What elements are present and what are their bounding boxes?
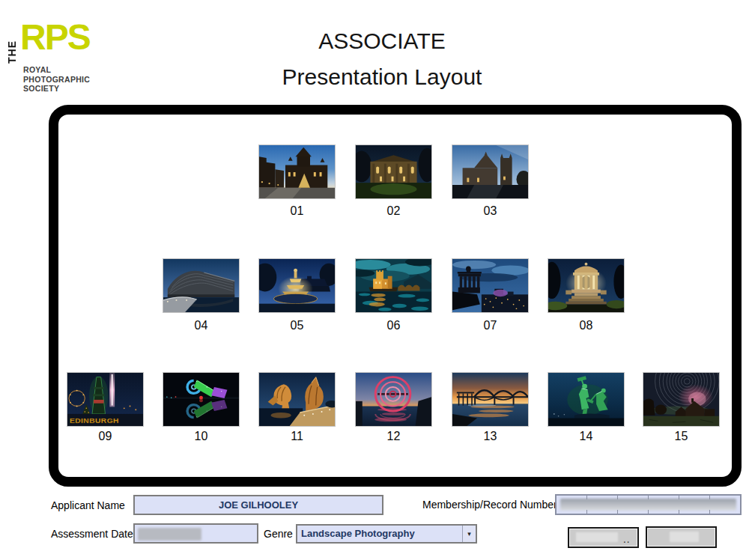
photo-thumbnail-03 <box>452 144 529 199</box>
abbey-dusk-image <box>452 145 528 198</box>
membership-number-field[interactable] <box>555 494 742 515</box>
photo-thumbnail-01 <box>258 144 336 199</box>
logo-subtitle-line1: ROYAL <box>23 65 90 75</box>
redacted-button-2[interactable] <box>646 526 717 548</box>
comb-divider <box>709 510 710 514</box>
photo-caption: 11 <box>258 430 336 443</box>
photo-thumbnail-11 <box>258 372 336 427</box>
logo-subtitle: ROYAL PHOTOGRAPHIC SOCIETY <box>23 65 90 94</box>
applicant-name-field[interactable]: JOE GILHOOLEY <box>133 495 383 515</box>
assessment-date-label: Assessment Date <box>51 528 133 540</box>
photo-caption: 02 <box>355 204 432 218</box>
fountain-castle-image <box>259 259 335 312</box>
applicant-name-value: JOE GILHOOLEY <box>135 496 382 514</box>
christmas-lights-image: EDINBURGH <box>67 373 143 426</box>
photo-thumbnail-08 <box>548 258 625 313</box>
photo-thumbnail-09: EDINBURGH <box>67 372 144 427</box>
photo-thumbnail-10 <box>163 372 240 427</box>
photo-caption: 13 <box>452 430 529 443</box>
kelpies-night-image <box>259 373 335 426</box>
photo-thumbnail-13 <box>452 372 529 427</box>
photo-caption: 08 <box>548 319 625 332</box>
photo-thumbnail-15 <box>643 372 720 427</box>
wheel-red-rings-image <box>356 373 431 426</box>
genre-selected-value: Landscape Photography <box>301 526 476 542</box>
green-statues-image <box>548 373 624 426</box>
chapel-night-image <box>356 145 431 198</box>
castle-loch-night-image <box>356 259 431 312</box>
comb-divider <box>709 496 710 499</box>
wheel-colour-reflection-image <box>163 373 239 426</box>
genre-label: Genre <box>264 528 293 540</box>
page-title: ASSOCIATE <box>187 28 577 54</box>
comb-divider <box>617 496 618 499</box>
logo-the-text: THE <box>6 28 18 64</box>
forth-bridge-sunset-image <box>452 373 528 426</box>
monument-cityscape-image <box>452 259 528 312</box>
button-redacted-label <box>576 532 618 542</box>
page-subtitle: Presentation Layout <box>187 64 577 90</box>
stone-temple-image <box>548 259 624 312</box>
photo-caption: 15 <box>643 430 720 443</box>
photo-thumbnail-12 <box>355 372 432 427</box>
photo-caption: 06 <box>355 319 432 332</box>
museum-reflection-image <box>163 259 239 312</box>
photo-caption: 09 <box>67 430 144 443</box>
comb-divider <box>648 510 649 514</box>
assessment-date-redacted-value <box>138 528 201 541</box>
photo-thumbnail-07 <box>452 258 529 313</box>
photo-caption: 07 <box>452 319 529 332</box>
photo-caption: 01 <box>258 204 336 218</box>
comb-divider <box>648 496 649 499</box>
star-trails-aurora-image <box>643 373 719 426</box>
photo-caption: 10 <box>163 430 240 443</box>
logo-subtitle-line2: PHOTOGRAPHIC <box>23 75 90 85</box>
edinburgh-sign-text: EDINBURGH <box>70 416 119 424</box>
comb-divider <box>679 510 679 514</box>
photo-caption: 03 <box>452 204 529 218</box>
genre-dropdown[interactable]: Landscape Photography ▾ <box>296 524 477 544</box>
logo-subtitle-line3: SOCIETY <box>23 84 90 94</box>
comb-divider <box>679 496 679 499</box>
photo-thumbnail-06 <box>355 258 432 313</box>
photo-thumbnail-05 <box>258 258 336 313</box>
photo-thumbnail-02 <box>355 144 432 199</box>
photo-caption: 12 <box>355 430 432 443</box>
button-redacted-label <box>670 532 699 542</box>
comb-divider <box>617 510 618 514</box>
applicant-name-label: Applicant Name <box>51 499 125 511</box>
membership-number-label: Membership/Record Number <box>422 499 557 511</box>
logo-rps-text: RPS <box>20 16 90 58</box>
photo-thumbnail-04 <box>163 258 240 313</box>
redacted-button-1[interactable]: .. <box>568 527 639 548</box>
button-dots: .. <box>623 536 631 544</box>
photo-thumbnail-14 <box>548 372 625 427</box>
chevron-down-icon: ▾ <box>467 530 471 538</box>
membership-number-redacted-value <box>560 499 736 511</box>
comb-divider <box>586 510 587 514</box>
genre-dropdown-button[interactable]: ▾ <box>462 526 476 542</box>
rps-presentation-layout-page: THE RPS ROYAL PHOTOGRAPHIC SOCIETY ASSOC… <box>0 0 749 560</box>
photo-caption: 04 <box>163 319 240 332</box>
comb-divider <box>586 496 587 499</box>
cathedral-street-dusk-image <box>259 145 335 198</box>
photo-caption: 05 <box>258 319 336 332</box>
assessment-date-field[interactable] <box>133 523 258 544</box>
photo-caption: 14 <box>548 430 625 443</box>
